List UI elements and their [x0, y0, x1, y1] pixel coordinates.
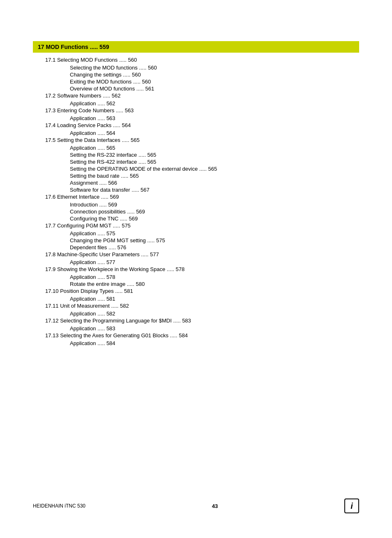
toc-level1-item: 17.6 Ethernet Interface ..... 569	[45, 194, 359, 200]
toc-level2-item: Application ..... 575	[70, 230, 359, 237]
toc-level1-text: 17.10 Position Display Types ..... 581	[45, 288, 133, 294]
toc-level2-item: Changing the settings ..... 560	[70, 72, 359, 78]
toc-level2-item: Dependent files ..... 576	[70, 244, 359, 250]
toc-level2-item: Setting the RS-232 interface ..... 565	[70, 152, 359, 158]
toc-level2-text: Connection possibilities ..... 569	[70, 209, 145, 215]
toc-level2-item: Configuring the TNC ..... 569	[70, 216, 359, 222]
toc-level2-text: Assignment ..... 566	[70, 180, 117, 186]
toc-level1-text: 17.9 Showing the Workpiece in the Workin…	[45, 266, 184, 272]
toc-level2-item: Connection possibilities ..... 569	[70, 209, 359, 215]
toc-level1-item: 17.4 Loading Service Packs ..... 564	[45, 122, 359, 128]
toc-level2-text: Application ..... 563	[70, 115, 115, 121]
info-icon: i	[344, 499, 359, 513]
toc-level1-item: 17.8 Machine-Specific User Parameters ..…	[45, 251, 359, 257]
toc-level2-item: Application ..... 584	[70, 340, 359, 346]
toc-level2-text: Changing the PGM MGT setting ..... 575	[70, 237, 165, 243]
toc-level2-item: Application ..... 583	[70, 325, 359, 332]
toc-level1-item: 17.10 Position Display Types ..... 581	[45, 288, 359, 294]
toc-level2-item: Application ..... 565	[70, 145, 359, 151]
toc-level1-text: 17.1 Selecting MOD Functions ..... 560	[45, 57, 137, 63]
footer-brand: HEIDENHAIN iTNC 530	[33, 503, 85, 509]
toc-level2-item: Software for data transfer ..... 567	[70, 187, 359, 193]
toc-level2-item: Selecting the MOD functions ..... 560	[70, 65, 359, 71]
toc-level2-text: Dependent files ..... 576	[70, 244, 126, 250]
toc-level2-text: Application ..... 575	[70, 230, 115, 237]
toc-level2-text: Application ..... 581	[70, 296, 115, 302]
toc-level2-item: Setting the OPERATING MODE of the extern…	[70, 166, 359, 172]
toc-level2-text: Application ..... 578	[70, 274, 115, 280]
toc-level2-text: Application ..... 562	[70, 100, 115, 107]
toc-level1-item: 17.5 Setting the Data Interfaces ..... 5…	[45, 137, 359, 143]
toc-level2-text: Application ..... 582	[70, 311, 115, 317]
toc-level2-text: Application ..... 564	[70, 130, 115, 136]
toc-level2-text: Setting the RS-422 interface ..... 565	[70, 159, 156, 165]
toc-level2-text: Introduction ..... 569	[70, 202, 117, 208]
toc-level1-item: 17.12 Selecting the Programming Language…	[45, 318, 359, 324]
toc-container: 17.1 Selecting MOD Functions ..... 560Se…	[45, 57, 359, 346]
toc-level2-text: Setting the baud rate ..... 565	[70, 173, 139, 179]
toc-level2-item: Assignment ..... 566	[70, 180, 359, 186]
toc-level1-text: 17.2 Software Numbers ..... 562	[45, 93, 121, 99]
toc-level2-text: Overview of MOD functions ..... 561	[70, 86, 154, 92]
toc-level2-text: Rotate the entire image ..... 580	[70, 281, 145, 287]
toc-level2-item: Application ..... 562	[70, 100, 359, 107]
section-header: 17 MOD Functions ..... 559	[33, 41, 359, 53]
toc-level2-text: Changing the settings ..... 560	[70, 72, 141, 78]
toc-level2-item: Changing the PGM MGT setting ..... 575	[70, 237, 359, 243]
toc-level2-text: Setting the OPERATING MODE of the extern…	[70, 166, 217, 172]
toc-level1-text: 17.4 Loading Service Packs ..... 564	[45, 122, 131, 128]
toc-level1-text: 17.8 Machine-Specific User Parameters ..…	[45, 251, 159, 257]
toc-level2-text: Exiting the MOD functions ..... 560	[70, 79, 151, 85]
toc-level1-item: 17.1 Selecting MOD Functions ..... 560	[45, 57, 359, 63]
footer: HEIDENHAIN iTNC 530 43 i	[0, 499, 392, 513]
toc-level1-text: 17.13 Selecting the Axes for Generating …	[45, 332, 188, 339]
toc-level2-text: Setting the RS-232 interface ..... 565	[70, 152, 156, 158]
toc-level2-item: Rotate the entire image ..... 580	[70, 281, 359, 287]
toc-level1-text: 17.3 Entering Code Numbers ..... 563	[45, 107, 134, 114]
toc-level1-item: 17.13 Selecting the Axes for Generating …	[45, 332, 359, 339]
toc-level2-text: Software for data transfer ..... 567	[70, 187, 150, 193]
toc-level1-item: 17.9 Showing the Workpiece in the Workin…	[45, 266, 359, 272]
toc-level1-text: 17.12 Selecting the Programming Language…	[45, 318, 191, 324]
toc-level2-text: Application ..... 565	[70, 145, 115, 151]
toc-level2-item: Overview of MOD functions ..... 561	[70, 86, 359, 92]
toc-level2-item: Application ..... 564	[70, 130, 359, 136]
toc-level1-item: 17.11 Unit of Measurement ..... 582	[45, 303, 359, 309]
page-container: 17 MOD Functions ..... 559 17.1 Selectin…	[0, 0, 392, 538]
toc-level1-item: 17.3 Entering Code Numbers ..... 563	[45, 107, 359, 114]
toc-level1-text: 17.11 Unit of Measurement ..... 582	[45, 303, 129, 309]
toc-level2-text: Selecting the MOD functions ..... 560	[70, 65, 157, 71]
toc-level2-text: Application ..... 583	[70, 325, 115, 332]
toc-level2-text: Configuring the TNC ..... 569	[70, 216, 138, 222]
toc-level2-item: Application ..... 578	[70, 274, 359, 280]
toc-level1-item: 17.2 Software Numbers ..... 562	[45, 93, 359, 99]
toc-level1-text: 17.5 Setting the Data Interfaces ..... 5…	[45, 137, 140, 143]
footer-page-number: 43	[212, 503, 218, 509]
toc-level2-item: Setting the RS-422 interface ..... 565	[70, 159, 359, 165]
toc-level2-item: Application ..... 577	[70, 259, 359, 265]
toc-level2-item: Exiting the MOD functions ..... 560	[70, 79, 359, 85]
toc-level1-text: 17.6 Ethernet Interface ..... 569	[45, 194, 119, 200]
toc-level2-item: Application ..... 582	[70, 311, 359, 317]
toc-level2-item: Setting the baud rate ..... 565	[70, 173, 359, 179]
toc-level2-text: Application ..... 577	[70, 259, 115, 265]
toc-level1-item: 17.7 Configuring PGM MGT ..... 575	[45, 223, 359, 229]
toc-level2-item: Application ..... 581	[70, 296, 359, 302]
toc-level2-text: Application ..... 584	[70, 340, 115, 346]
section-header-text: 17 MOD Functions ..... 559	[38, 44, 109, 50]
toc-level1-text: 17.7 Configuring PGM MGT ..... 575	[45, 223, 131, 229]
toc-level2-item: Introduction ..... 569	[70, 202, 359, 208]
toc-level2-item: Application ..... 563	[70, 115, 359, 121]
